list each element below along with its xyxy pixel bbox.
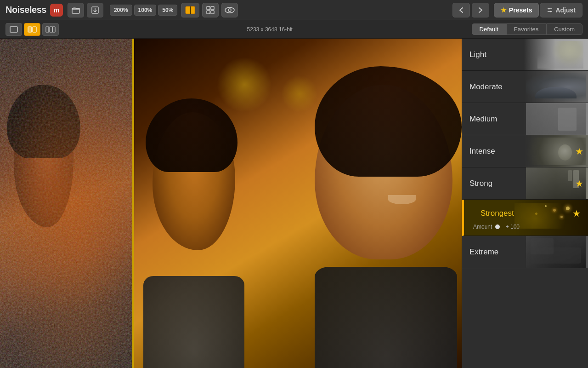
svg-rect-7 xyxy=(211,11,214,14)
split-view-button[interactable] xyxy=(181,3,199,17)
preset-strong[interactable]: Strong ★ xyxy=(462,167,588,200)
preset-light[interactable]: Light xyxy=(462,39,588,71)
amount-value: + 100 xyxy=(503,224,520,230)
preset-thumb-medium xyxy=(524,103,588,135)
preset-label-light: Light xyxy=(462,50,486,59)
star-icon: ★ xyxy=(501,6,507,14)
warm-glow-left xyxy=(0,39,132,368)
svg-rect-18 xyxy=(50,27,52,32)
dual-view-button[interactable] xyxy=(42,23,59,36)
preset-extreme[interactable]: Extreme xyxy=(462,236,588,268)
strongest-header: Strongest ★ xyxy=(464,200,588,222)
svg-point-12 xyxy=(548,8,550,9)
export-button[interactable] xyxy=(87,3,103,17)
smile-hint xyxy=(388,195,416,204)
svg-rect-4 xyxy=(207,6,210,10)
canvas-area xyxy=(0,39,462,368)
preset-label-strongest: Strongest xyxy=(473,209,514,218)
split-view-icon-button[interactable] xyxy=(24,23,40,36)
preset-strongest[interactable]: Strongest ★ Amount + 100 xyxy=(462,200,588,236)
open-file-button[interactable] xyxy=(68,3,84,17)
presets-tab-button[interactable]: ★ Presets xyxy=(494,3,539,17)
svg-rect-15 xyxy=(28,27,32,32)
preset-thumb-extreme xyxy=(524,236,588,268)
forward-button[interactable] xyxy=(472,3,489,17)
hair-left xyxy=(7,85,80,158)
svg-rect-0 xyxy=(72,8,79,13)
before-image xyxy=(0,39,133,368)
svg-rect-14 xyxy=(10,27,17,32)
adjust-icon xyxy=(547,7,553,13)
preset-star-strongest: ★ xyxy=(572,208,581,219)
noise-overlay xyxy=(0,39,132,368)
person-left-silhouette xyxy=(14,98,74,227)
zoom-200-button[interactable]: 200% xyxy=(110,5,132,16)
svg-rect-20 xyxy=(0,39,132,368)
presets-panel: Light Moderate Medium xyxy=(462,39,588,368)
svg-point-9 xyxy=(228,9,231,12)
woman-top xyxy=(315,267,457,368)
preset-label-extreme: Extreme xyxy=(462,247,498,257)
preset-thumb-moderate xyxy=(524,71,588,103)
preset-star-strong: ★ xyxy=(575,178,583,189)
preview-button[interactable] xyxy=(221,3,238,17)
bokeh-2 xyxy=(281,75,318,112)
tab-default[interactable]: Default xyxy=(472,23,506,35)
zoom-50-button[interactable]: 50% xyxy=(158,5,177,16)
preset-star-intense: ★ xyxy=(575,146,583,157)
adjust-tab-button[interactable]: Adjust xyxy=(540,3,582,17)
tab-custom[interactable]: Custom xyxy=(546,23,582,35)
amount-row: Amount + 100 xyxy=(464,222,527,234)
app-title: Noiseless xyxy=(6,5,46,15)
macpaw-badge: m xyxy=(50,4,63,17)
preset-label-strong: Strong xyxy=(462,179,492,188)
preset-tab-group: Default Favorites Custom xyxy=(472,23,582,35)
tab-favorites[interactable]: Favorites xyxy=(506,23,546,35)
canvas-inner xyxy=(0,39,462,368)
secondbar: 5233 x 3648 16-bit Default Favorites Cus… xyxy=(0,20,588,39)
topbar: Noiseless m 200% 100% 50% ★ Presets Adju… xyxy=(0,0,588,20)
preset-medium[interactable]: Medium xyxy=(462,103,588,135)
preset-label-medium: Medium xyxy=(462,115,497,124)
zoom-group: 200% 100% 50% xyxy=(110,5,177,16)
man-shirt xyxy=(143,276,244,368)
svg-rect-16 xyxy=(33,27,36,32)
preset-moderate[interactable]: Moderate xyxy=(462,71,588,103)
back-button[interactable] xyxy=(452,3,470,17)
preset-label-moderate: Moderate xyxy=(462,82,503,92)
grid-view-button[interactable] xyxy=(202,3,219,17)
preset-label-intense: Intense xyxy=(462,147,495,156)
svg-rect-19 xyxy=(52,27,55,32)
main-area: Light Moderate Medium xyxy=(0,39,588,368)
single-view-button[interactable] xyxy=(6,23,22,36)
bokeh-1 xyxy=(217,57,272,112)
svg-point-13 xyxy=(550,11,552,12)
zoom-100-button[interactable]: 100% xyxy=(134,5,157,16)
svg-rect-17 xyxy=(46,27,49,32)
svg-point-8 xyxy=(225,7,234,13)
preset-intense[interactable]: Intense ★ xyxy=(462,135,588,167)
svg-rect-5 xyxy=(211,6,214,10)
view-icons xyxy=(6,23,59,36)
svg-rect-6 xyxy=(207,11,210,14)
preset-thumb-light xyxy=(524,39,588,70)
amount-slider-thumb xyxy=(495,224,500,229)
amount-label: Amount xyxy=(473,224,496,230)
after-image xyxy=(134,39,462,368)
image-info: 5233 x 3648 16-bit xyxy=(68,26,472,33)
